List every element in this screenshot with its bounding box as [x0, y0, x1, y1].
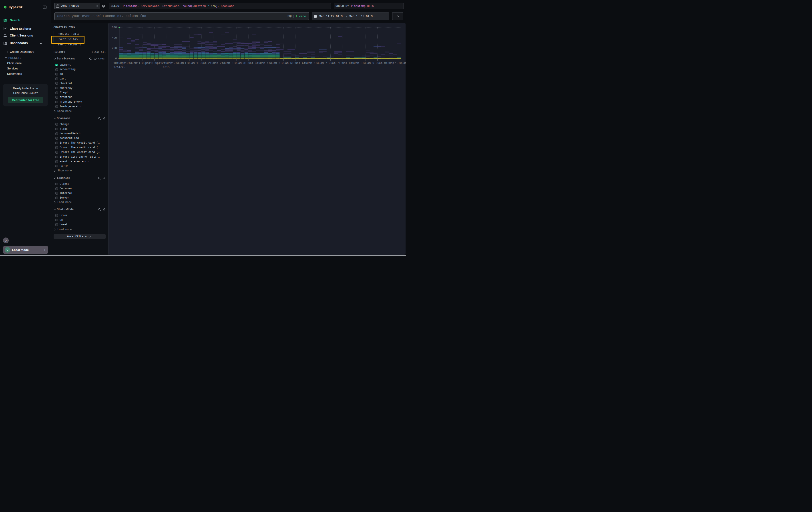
svg-text:11:30pm: 11:30pm	[148, 62, 160, 65]
svg-text:9:30am: 9:30am	[384, 62, 394, 65]
svg-text:10:00am: 10:00am	[395, 62, 406, 65]
svg-text:400: 400	[112, 36, 117, 39]
svg-text:7:30am: 7:30am	[337, 62, 347, 65]
svg-text:9/15: 9/15	[163, 66, 169, 69]
svg-text:7:00am: 7:00am	[325, 62, 335, 65]
svg-text:8:30am: 8:30am	[360, 62, 371, 65]
svg-text:3:00am: 3:00am	[231, 62, 241, 65]
svg-text:1:00am: 1:00am	[184, 62, 195, 65]
svg-text:5:30am: 5:30am	[290, 62, 300, 65]
svg-text:200: 200	[112, 47, 117, 50]
svg-text:8:00am: 8:00am	[349, 62, 359, 65]
svg-text:10:00pm: 10:00pm	[113, 62, 125, 65]
svg-text:4:30am: 4:30am	[267, 62, 277, 65]
svg-text:0: 0	[115, 57, 117, 60]
svg-text:4:00am: 4:00am	[255, 62, 265, 65]
svg-text:12:00am: 12:00am	[160, 62, 172, 65]
svg-text:6:30am: 6:30am	[314, 62, 324, 65]
svg-text:9/14/25: 9/14/25	[113, 66, 125, 69]
svg-text:3:30am: 3:30am	[243, 62, 253, 65]
svg-text:2:00am: 2:00am	[208, 62, 218, 65]
svg-text:1:30am: 1:30am	[196, 62, 206, 65]
svg-text:600: 600	[112, 26, 117, 29]
svg-text:6:00am: 6:00am	[302, 62, 312, 65]
svg-text:5:00am: 5:00am	[279, 62, 288, 65]
svg-text:2:30am: 2:30am	[220, 62, 230, 65]
svg-text:12:30am: 12:30am	[172, 62, 184, 65]
svg-text:10:30pm: 10:30pm	[125, 62, 137, 65]
svg-text:11:00pm: 11:00pm	[137, 62, 148, 65]
svg-text:9:00am: 9:00am	[372, 62, 382, 65]
